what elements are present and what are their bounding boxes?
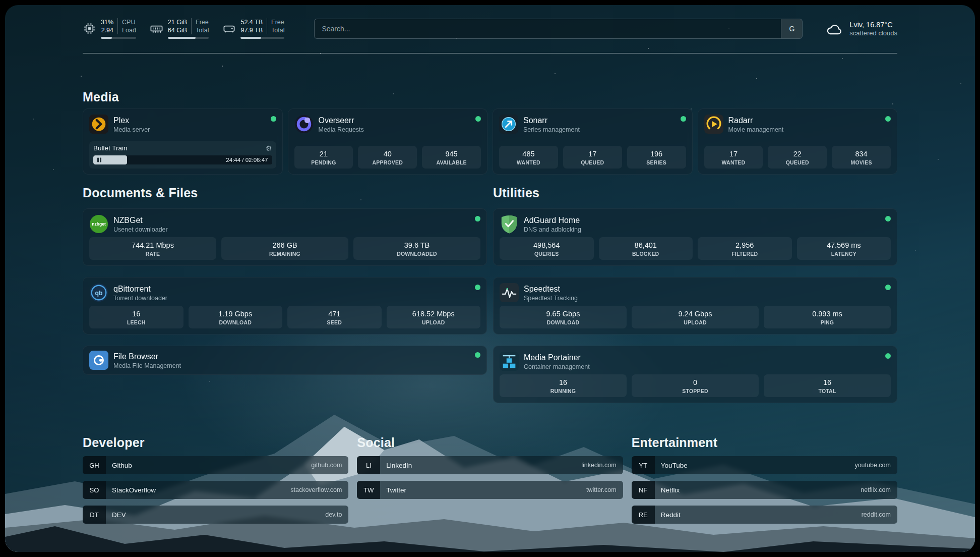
memory-usage-bar bbox=[168, 37, 209, 39]
section-title-entertainment: Entertainment bbox=[632, 435, 897, 450]
service-name: Plex bbox=[113, 116, 266, 125]
bookmark-stackoverflow[interactable]: SO StackOverflow stackoverflow.com bbox=[83, 481, 348, 499]
playback-time: 24:44 / 02:06:47 bbox=[226, 157, 268, 163]
bookmark-name: Twitter bbox=[380, 486, 586, 494]
stat-box: 22 QUEUED bbox=[768, 146, 827, 169]
service-name: NZBGet bbox=[113, 215, 470, 225]
service-card-nzbget[interactable]: nzbget NZBGet Usenet downloader 744.21 M… bbox=[83, 208, 487, 266]
service-card-qbittorrent[interactable]: qb qBittorrent Torrent downloader 16 LEE… bbox=[83, 277, 487, 335]
stat-box: 196 SERIES bbox=[627, 146, 686, 169]
service-card-adguard[interactable]: AdGuard Home DNS and adblocking 498,564 … bbox=[493, 208, 897, 266]
memory-free-label: Free bbox=[191, 18, 209, 26]
bookmark-twitter[interactable]: TW Twitter twitter.com bbox=[357, 481, 623, 499]
stat-box: 834 MOVIES bbox=[832, 146, 891, 169]
stat-box: 21 PENDING bbox=[294, 146, 353, 169]
qbittorrent-icon: qb bbox=[89, 283, 108, 302]
section-title-documents: Documents & Files bbox=[83, 186, 487, 200]
status-dot bbox=[885, 116, 891, 122]
bookmark-reddit[interactable]: RE Reddit reddit.com bbox=[632, 506, 897, 524]
cpu-load-value: 2.94 bbox=[101, 26, 113, 34]
service-card-filebrowser[interactable]: File Browser Media File Management bbox=[83, 346, 487, 375]
disk-usage-bar bbox=[240, 37, 284, 39]
stat-box: 471 SEED bbox=[287, 306, 382, 328]
stat-box: 40 APPROVED bbox=[358, 146, 417, 169]
nzbget-icon: nzbget bbox=[89, 214, 108, 234]
memory-stats: 21 GiB Free 64 GiB Total bbox=[168, 18, 209, 39]
stat-box: 0 STOPPED bbox=[632, 374, 759, 397]
stat-box: 16 LEECH bbox=[89, 306, 183, 328]
status-dot bbox=[475, 116, 481, 122]
weather-location: Lviv, 16.87°C bbox=[849, 20, 897, 29]
cpu-usage-bar bbox=[101, 37, 136, 39]
disk-free-value: 52.4 TB bbox=[240, 18, 263, 26]
bookmark-netflix[interactable]: NF Netflix netflix.com bbox=[632, 481, 897, 499]
media-card-grid: Plex Media server Bullet Train ⚙ 24:44 /… bbox=[83, 108, 897, 175]
memory-total-label: Total bbox=[191, 26, 209, 34]
memory-free-value: 21 GiB bbox=[168, 18, 187, 26]
stat-box: 498,564 QUERIES bbox=[500, 237, 594, 260]
stat-box: 47.569 ms LATENCY bbox=[797, 237, 891, 260]
bookmark-group-social: Social LI LinkedIn linkedin.com TW Twitt… bbox=[357, 435, 623, 530]
bookmark-url: youtube.com bbox=[854, 462, 897, 469]
service-card-radarr[interactable]: Radarr Movie management 17 WANTED 22 QUE… bbox=[698, 108, 898, 175]
bookmark-name: StackOverflow bbox=[106, 486, 290, 494]
bookmark-url: dev.to bbox=[325, 511, 348, 518]
disk-stats: 52.4 TB Free 97.9 TB Total bbox=[240, 18, 284, 39]
disk-free-label: Free bbox=[267, 18, 284, 26]
bookmark-url: netflix.com bbox=[861, 486, 897, 493]
service-card-portainer[interactable]: Media Portainer Container management 16 … bbox=[493, 346, 897, 403]
documents-column: Documents & Files nzbget NZBGet Usenet d bbox=[83, 186, 487, 403]
bookmark-linkedin[interactable]: LI LinkedIn linkedin.com bbox=[357, 456, 623, 474]
bookmark-url: reddit.com bbox=[862, 511, 897, 518]
status-dot bbox=[885, 353, 891, 359]
stat-box: 9.65 Gbps DOWNLOAD bbox=[500, 306, 627, 328]
stat-box: 9.24 Gbps UPLOAD bbox=[632, 306, 759, 328]
service-card-speedtest[interactable]: Speedtest Speedtest Tracking 9.65 Gbps D… bbox=[493, 277, 897, 335]
pause-button[interactable] bbox=[96, 157, 102, 163]
stat-box: 86,401 BLOCKED bbox=[599, 237, 693, 260]
status-dot bbox=[475, 216, 480, 221]
bookmark-youtube[interactable]: YT YouTube youtube.com bbox=[632, 456, 897, 474]
stat-box: 485 WANTED bbox=[499, 146, 558, 169]
settings-gear-icon[interactable]: ⚙ bbox=[266, 145, 272, 152]
utilities-column: Utilities AdGuard Home bbox=[493, 186, 897, 403]
bookmark-abbr: DT bbox=[83, 506, 106, 524]
bookmark-group-developer: Developer GH Github github.com SO StackO… bbox=[83, 435, 348, 530]
bookmark-name: DEV bbox=[106, 511, 325, 519]
bookmark-name: YouTube bbox=[655, 462, 855, 469]
service-card-overseerr[interactable]: Overseerr Media Requests 21 PENDING 40 A… bbox=[288, 108, 488, 175]
memory-ram-icon bbox=[150, 22, 163, 35]
status-dot bbox=[681, 116, 686, 122]
service-description: Media Requests bbox=[319, 126, 471, 133]
service-name: Media Portainer bbox=[524, 353, 880, 362]
service-name: AdGuard Home bbox=[524, 215, 880, 225]
stat-box: 266 GB REMAINING bbox=[221, 237, 348, 260]
playback-progress-bar[interactable]: 24:44 / 02:06:47 bbox=[93, 155, 272, 164]
header-divider bbox=[83, 53, 897, 53]
cpu-load-label: Load bbox=[117, 26, 136, 34]
service-description: Series management bbox=[523, 126, 676, 133]
service-card-plex[interactable]: Plex Media server Bullet Train ⚙ 24:44 /… bbox=[83, 108, 283, 175]
bookmark-url: linkedin.com bbox=[581, 462, 623, 469]
cpu-widget: 31% CPU 2.94 Load bbox=[83, 18, 136, 39]
search-input[interactable] bbox=[315, 19, 781, 38]
weather-widget[interactable]: Lviv, 16.87°C scattered clouds bbox=[825, 20, 897, 37]
search-provider-button[interactable]: G bbox=[781, 19, 802, 38]
section-title-utilities: Utilities bbox=[493, 186, 897, 200]
bookmark-github[interactable]: GH Github github.com bbox=[83, 456, 348, 474]
status-dot bbox=[475, 285, 480, 290]
bookmark-abbr: TW bbox=[357, 481, 380, 499]
service-description: DNS and adblocking bbox=[524, 226, 880, 233]
bookmark-url: twitter.com bbox=[586, 486, 623, 493]
bookmark-abbr: YT bbox=[632, 456, 655, 474]
adguard-shield-icon bbox=[500, 214, 519, 234]
cpu-stats: 31% CPU 2.94 Load bbox=[101, 18, 136, 39]
bookmark-url: github.com bbox=[311, 462, 348, 469]
bookmark-abbr: SO bbox=[83, 481, 106, 499]
service-card-sonarr[interactable]: Sonarr Series management 485 WANTED 17 Q… bbox=[493, 108, 693, 175]
bookmark-name: Github bbox=[106, 462, 311, 469]
bookmark-dev[interactable]: DT DEV dev.to bbox=[83, 506, 348, 524]
sonarr-icon bbox=[499, 115, 518, 134]
bookmark-group-entertainment: Entertainment YT YouTube youtube.com NF … bbox=[632, 435, 897, 530]
service-description: Movie management bbox=[728, 126, 881, 133]
